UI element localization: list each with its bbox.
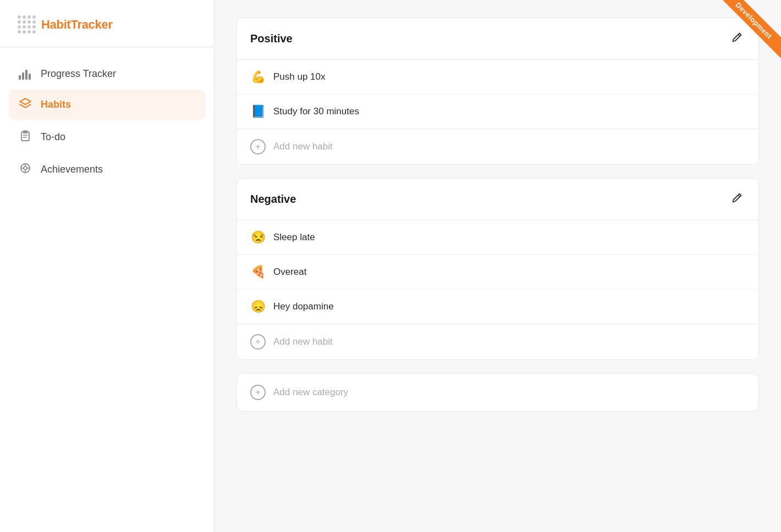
habit-item-study[interactable]: 📘 Study for 30 minutes <box>237 95 758 129</box>
habit-name-overeat: Overeat <box>273 267 306 278</box>
positive-edit-icon[interactable] <box>729 29 745 48</box>
logo-part2: Tracker <box>71 18 113 31</box>
logo-area: HabitTracker <box>0 0 214 47</box>
sidebar-item-label-progress-tracker: Progress Tracker <box>41 68 116 80</box>
habit-emoji-pushup: 💪 <box>250 70 266 84</box>
positive-section-header: Positive <box>237 18 758 60</box>
negative-edit-icon[interactable] <box>729 190 745 209</box>
positive-section: Positive 💪 Push up 10x 📘 Study for 30 mi… <box>237 18 759 165</box>
app-logo: HabitTracker <box>41 18 113 32</box>
negative-section: Negative 😒 Sleep late 🍕 Overeat 😞 Hey do… <box>237 178 759 360</box>
sidebar-item-achievements[interactable]: Achievements <box>9 154 205 185</box>
logo-dots-decoration <box>18 15 36 34</box>
clipboard-icon <box>19 130 32 145</box>
sidebar-item-habits[interactable]: Habits <box>9 90 205 120</box>
habit-emoji-sleep-late: 😒 <box>250 230 266 245</box>
add-habit-positive-label: Add new habit <box>273 141 333 152</box>
add-habit-negative-icon: + <box>250 334 266 350</box>
layers-icon <box>19 97 32 112</box>
add-category-icon: + <box>250 385 266 400</box>
add-habit-positive-icon: + <box>250 139 266 154</box>
habit-item-dopamine[interactable]: 😞 Hey dopamine <box>237 290 758 324</box>
sidebar: HabitTracker Progress Tracker <box>0 0 215 532</box>
habit-item-sleep-late[interactable]: 😒 Sleep late <box>237 220 758 255</box>
add-habit-positive[interactable]: + Add new habit <box>237 129 758 164</box>
habit-name-pushup: Push up 10x <box>273 71 326 82</box>
svg-line-9 <box>738 35 740 36</box>
add-category-label: Add new category <box>273 387 348 398</box>
positive-section-title: Positive <box>250 32 293 45</box>
habit-item-overeat[interactable]: 🍕 Overeat <box>237 255 758 290</box>
sidebar-item-label-achievements: Achievements <box>41 164 103 175</box>
add-category-section[interactable]: + Add new category <box>237 373 759 412</box>
sidebar-item-label-habits: Habits <box>41 99 71 110</box>
habit-emoji-overeat: 🍕 <box>250 265 266 279</box>
trophy-icon <box>19 162 32 177</box>
sidebar-item-label-todo: To-do <box>41 131 65 143</box>
habit-name-sleep-late: Sleep late <box>273 232 315 243</box>
sidebar-item-progress-tracker[interactable]: Progress Tracker <box>9 60 205 87</box>
sidebar-item-todo[interactable]: To-do <box>9 122 205 152</box>
bars-chart-icon <box>19 69 32 80</box>
negative-section-title: Negative <box>250 193 296 206</box>
habit-emoji-study: 📘 <box>250 104 266 119</box>
main-content: Positive 💪 Push up 10x 📘 Study for 30 mi… <box>215 0 781 532</box>
habit-name-study: Study for 30 minutes <box>273 106 359 117</box>
habit-item-pushup[interactable]: 💪 Push up 10x <box>237 60 758 95</box>
svg-point-4 <box>24 167 27 170</box>
sidebar-nav: Progress Tracker Habits To <box>0 47 214 198</box>
habit-name-dopamine: Hey dopamine <box>273 301 334 312</box>
svg-line-10 <box>738 195 740 197</box>
negative-section-header: Negative <box>237 179 758 220</box>
add-habit-negative[interactable]: + Add new habit <box>237 324 758 359</box>
logo-part1: Habit <box>41 18 71 31</box>
habit-emoji-dopamine: 😞 <box>250 300 266 314</box>
add-habit-negative-label: Add new habit <box>273 336 333 347</box>
